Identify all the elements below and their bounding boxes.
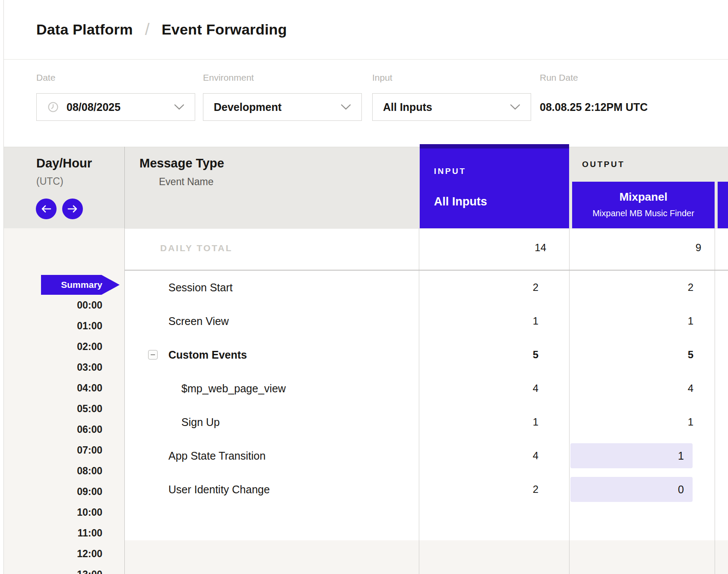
hour-label[interactable]: 05:00 [36,402,102,415]
breadcrumb: Data Platform / Event Forwarding [4,0,728,60]
table-row: $mp_web_page_view44 [124,372,728,405]
arrow-right-icon [67,204,78,214]
mixpanel-subtitle: Mixpanel MB Music Finder [572,208,715,218]
hour-label[interactable]: 06:00 [36,423,102,436]
output-count-cell: 2 [561,271,707,304]
next-day-button[interactable] [62,199,83,219]
run-date-label: Run Date [540,73,578,83]
table-row: App State Transition41 [124,439,728,473]
header-column-divider [124,147,125,228]
window-left-edge [3,0,4,574]
previous-day-button[interactable] [36,199,57,219]
input-column-header: INPUT All Inputs [420,144,569,228]
event-forwarding-page: Data Platform / Event Forwarding Date En… [0,0,728,574]
hour-label[interactable]: 00:00 [36,299,102,312]
output-count-cell: 5 [561,338,707,372]
chevron-down-icon [341,104,351,110]
row-label: Custom Events [124,349,419,361]
breadcrumb-item-event-forwarding: Event Forwarding [161,21,287,38]
row-label: $mp_web_page_view [124,382,419,395]
environment-dropdown[interactable]: Development [203,93,362,121]
extra-output-column-header [718,182,728,228]
run-date-value: 08.08.25 2:12PM UTC [540,101,648,114]
output-count-cell: 1 [561,439,707,473]
input-count-cell: 1 [419,315,561,327]
input-count-cell: 4 [419,382,561,394]
hour-label[interactable]: 07:00 [36,444,102,457]
hour-label[interactable]: 10:00 [36,506,102,519]
event-rows: Session Start22Screen View11Custom Event… [124,271,728,506]
mixpanel-column-header: Mixpanel Mixpanel MB Music Finder [572,182,715,228]
environment-value: Development [214,101,282,114]
output-count-cell: 4 [561,372,707,405]
input-section-label: INPUT [434,167,466,176]
highlighted-count-cell: 0 [570,477,693,502]
input-count-cell: 1 [419,416,561,428]
collapse-toggle[interactable] [148,350,158,360]
hour-label[interactable]: 13:00 [36,568,102,574]
output-count-cell: 1 [561,405,707,439]
input-count-cell: 5 [419,349,561,361]
minus-icon [151,354,155,355]
hour-label[interactable]: 08:00 [36,464,102,477]
input-count-cell: 2 [419,281,561,293]
output-count-cell: 0 [561,473,707,506]
input-count-cell: 4 [419,450,561,462]
output-count-cell: 1 [561,304,707,338]
row-label: Sign Up [124,416,419,429]
row-label: Screen View [124,315,419,328]
daily-total-input-value: 14 [419,242,546,254]
output-section-label: OUTPUT [582,160,625,169]
hour-label[interactable]: 02:00 [36,340,102,353]
hour-label[interactable]: 01:00 [36,319,102,332]
highlighted-count-cell: 1 [570,443,693,468]
table-footer-band [124,540,728,574]
hour-label[interactable]: 04:00 [36,382,102,394]
day-hour-title: Day/Hour [36,156,92,170]
event-name-subtitle: Event Name [159,176,214,188]
mixpanel-title: Mixpanel [572,190,715,204]
table-row: Custom Events55 [124,338,728,372]
table-row: Screen View11 [124,304,728,338]
row-label: Session Start [124,281,419,294]
table-row: Session Start22 [124,271,728,304]
hour-label[interactable]: 11:00 [36,527,102,539]
message-type-title: Message Type [139,156,224,170]
chevron-down-icon [510,104,520,110]
input-dropdown[interactable]: All Inputs [372,93,531,121]
input-filter-label: Input [372,73,392,83]
input-value: All Inputs [383,101,432,114]
chevron-down-icon [174,104,184,110]
hour-label[interactable]: 03:00 [36,361,102,374]
input-count-cell: 2 [419,483,561,495]
clock-icon [47,101,59,113]
date-filter-label: Date [36,73,55,83]
daily-total-output-value: 9 [569,242,701,254]
hour-label[interactable]: 12:00 [36,547,102,560]
breadcrumb-separator: / [145,20,150,39]
arrow-left-icon [41,204,52,214]
environment-filter-label: Environment [203,73,254,83]
input-column-accent-strip [420,144,569,148]
row-label: App State Transition [124,450,419,462]
input-column-name: All Inputs [434,195,487,208]
daily-total-label: DAILY TOTAL [160,243,233,253]
table-row: User Identity Change20 [124,473,728,506]
date-value: 08/08/2025 [66,101,120,114]
table-row: Sign Up11 [124,405,728,439]
breadcrumb-item-data-platform[interactable]: Data Platform [36,21,133,38]
date-dropdown[interactable]: 08/08/2025 [36,93,195,121]
row-label: User Identity Change [124,483,419,496]
day-hour-subtitle: (UTC) [36,176,63,187]
hour-label[interactable]: 09:00 [36,485,102,498]
